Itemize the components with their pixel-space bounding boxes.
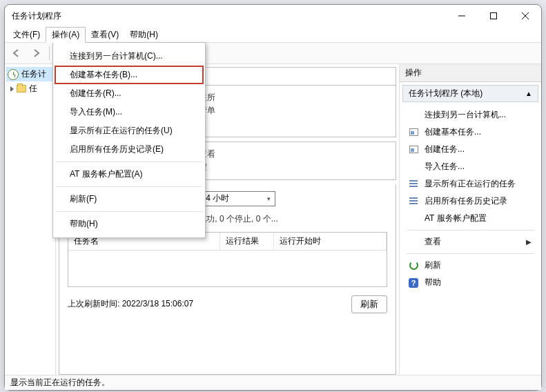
actions-context-label: 任务计划程序 (本地) xyxy=(409,88,482,99)
action-connect[interactable]: 连接到另一台计算机... xyxy=(400,106,541,124)
menu-item-show-running[interactable]: 显示所有正在运行的任务(U) xyxy=(55,121,204,140)
col-run-start[interactable]: 运行开始时 xyxy=(274,233,387,250)
menu-item-help[interactable]: 帮助(H) xyxy=(55,215,204,233)
action-menu-popup: 连接到另一台计算机(C)... 创建基本任务(B)... 创建任务(R)... … xyxy=(52,42,206,238)
blank-icon xyxy=(408,237,419,248)
refresh-icon xyxy=(408,260,419,271)
refresh-button[interactable]: 刷新 xyxy=(351,295,387,313)
menu-item-at-account[interactable]: AT 服务帐户配置(A) xyxy=(55,165,204,184)
folder-icon xyxy=(17,85,26,92)
chevron-right-icon: ▶ xyxy=(526,238,532,246)
toolbar-separator xyxy=(49,46,50,60)
menu-separator xyxy=(56,161,202,162)
actions-pane-subheader[interactable]: 任务计划程序 (本地) ▲ xyxy=(402,85,538,102)
actions-pane: 操作 任务计划程序 (本地) ▲ 连接到另一台计算机... 创建基本任务... … xyxy=(399,64,541,375)
minimize-button[interactable] xyxy=(446,5,478,27)
tree-root-node[interactable]: 任务计 xyxy=(6,67,54,81)
action-at-account[interactable]: AT 服务帐户配置 xyxy=(400,210,541,227)
history-icon xyxy=(408,196,419,207)
window-title: 任务计划程序 xyxy=(12,10,446,22)
clock-icon xyxy=(8,69,19,80)
actions-list: 连接到另一台计算机... 创建基本任务... 创建任务... 导入任务... 显… xyxy=(400,105,541,293)
menubar: 文件(F) 操作(A) 查看(V) 帮助(H) xyxy=(5,27,541,42)
close-button[interactable] xyxy=(509,5,541,27)
tree-root-label: 任务计 xyxy=(21,68,46,80)
menu-item-import-task[interactable]: 导入任务(M)... xyxy=(55,103,204,121)
window-controls xyxy=(446,5,541,27)
actions-pane-header: 操作 xyxy=(400,64,541,82)
computer-icon xyxy=(408,110,419,121)
action-show-running[interactable]: 显示所有正在运行的任务 xyxy=(400,175,541,193)
toolbar-back-button[interactable] xyxy=(9,46,24,61)
menu-item-enable-history[interactable]: 启用所有任务历史记录(E) xyxy=(55,140,204,159)
action-create-task[interactable]: 创建任务... xyxy=(400,141,541,158)
chevron-down-icon: ▾ xyxy=(267,195,271,202)
menu-separator xyxy=(56,186,202,187)
toolbar-forward-button[interactable] xyxy=(28,46,43,61)
tree-library-node[interactable]: 任 xyxy=(6,81,54,96)
menu-item-create-basic-task[interactable]: 创建基本任务(B)... xyxy=(55,66,204,84)
menu-view[interactable]: 查看(V) xyxy=(86,28,124,42)
last-refresh-text: 上次刷新时间: 2022/3/18 15:06:07 xyxy=(68,298,193,310)
list-icon xyxy=(408,179,419,190)
menu-file[interactable]: 文件(F) xyxy=(8,28,46,42)
wizard-icon xyxy=(408,127,419,138)
col-run-result[interactable]: 运行结果 xyxy=(220,233,274,250)
expand-icon[interactable] xyxy=(10,86,14,92)
collapse-icon[interactable]: ▲ xyxy=(525,90,532,97)
menu-item-refresh[interactable]: 刷新(F) xyxy=(55,190,204,208)
menu-action[interactable]: 操作(A) xyxy=(46,27,86,43)
svg-rect-0 xyxy=(491,13,497,19)
statusbar: 显示当前正在运行的任务。 xyxy=(5,375,541,390)
menu-item-connect[interactable]: 连接到另一台计算机(C)... xyxy=(55,47,204,66)
menu-item-create-task[interactable]: 创建任务(R)... xyxy=(55,84,204,103)
menu-help[interactable]: 帮助(H) xyxy=(124,28,164,42)
action-refresh[interactable]: 刷新 xyxy=(400,257,541,274)
task-icon xyxy=(408,144,419,155)
tree-lib-label: 任 xyxy=(29,83,37,95)
menu-separator xyxy=(56,211,202,212)
action-enable-history[interactable]: 启用所有任务历史记录 xyxy=(400,193,541,210)
separator xyxy=(407,253,534,254)
task-table[interactable]: 任务名 运行结果 运行开始时 xyxy=(68,232,387,287)
help-icon: ? xyxy=(408,277,419,288)
import-icon xyxy=(408,161,419,173)
action-view-submenu[interactable]: 查看▶ xyxy=(400,233,541,251)
tree-pane: 任务计 任 xyxy=(5,64,56,375)
action-create-basic-task[interactable]: 创建基本任务... xyxy=(400,124,541,141)
app-window: 任务计划程序 文件(F) 操作(A) 查看(V) 帮助(H) ? 任务计 xyxy=(4,4,542,391)
statusbar-text: 显示当前正在运行的任务。 xyxy=(10,377,110,389)
titlebar: 任务计划程序 xyxy=(5,5,541,27)
account-icon xyxy=(408,213,419,224)
separator xyxy=(407,230,534,231)
maximize-button[interactable] xyxy=(478,5,509,27)
action-help[interactable]: ?帮助 xyxy=(400,274,541,291)
action-import-task[interactable]: 导入任务... xyxy=(400,158,541,175)
